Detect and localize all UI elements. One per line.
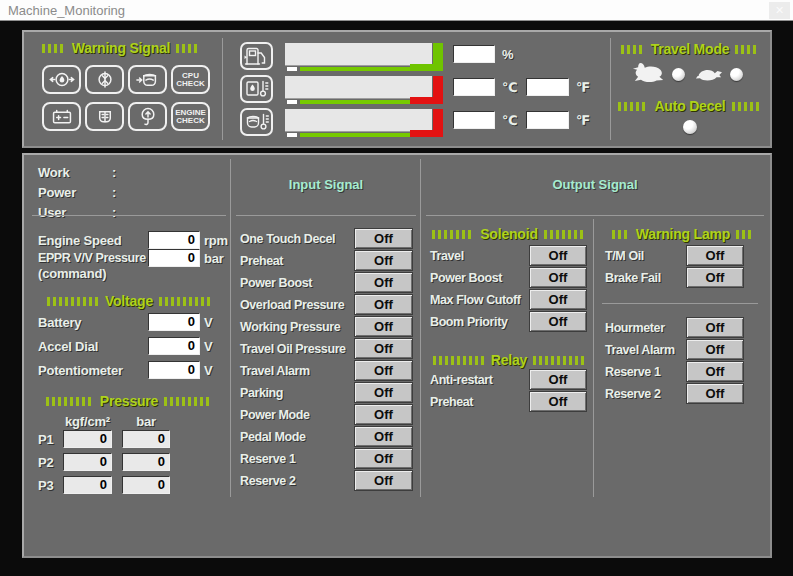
reserve2-input-button[interactable]: Off [355,471,412,490]
close-icon[interactable]: ✕ [769,2,790,19]
oil-temp-f-field[interactable] [526,78,569,96]
solenoid-item-label: Power Boost [430,271,502,285]
user-colon: : [112,205,116,220]
battery-label: Battery [38,315,81,330]
gauge-end-cap [433,43,443,71]
eppr-pressure-field[interactable]: 0 [148,249,200,267]
unit-label: ℉ [576,80,590,95]
hourmeter-button[interactable]: Off [687,318,743,337]
engine-speed-unit: rpm [204,233,228,248]
battery-charge-icon [42,102,81,131]
title-bar: Machine_Monitoring ✕ [0,0,793,21]
p3-bar-field[interactable]: 0 [122,476,170,494]
unit-label: ℃ [502,113,518,128]
brake-fail-button[interactable]: Off [687,268,743,287]
preheat-relay-button[interactable]: Off [530,392,586,411]
anti-restart-button[interactable]: Off [530,370,586,389]
gauge-zone-segment [410,64,433,71]
pressure-col-bar: bar [122,414,170,429]
tick-marks [47,297,99,306]
gauge-tick-white [287,67,297,71]
work-label: Work [38,165,69,180]
solenoid-header: Solenoid [426,226,592,242]
input-item-label: Preheat [240,254,283,268]
gauge-end-cap [433,109,443,137]
working-pressure-button[interactable]: Off [355,317,412,336]
coolant-temp-c-field[interactable] [453,111,495,129]
potentiometer-field[interactable]: 0 [148,361,200,379]
p1-label: P1 [38,432,54,447]
p3-label: P3 [38,478,54,493]
preheat-input-button[interactable]: Off [355,251,412,270]
reserve1-lamp-button[interactable]: Off [687,362,743,381]
status-panel: Warning Signal CPU CH [22,30,772,148]
engine-speed-field[interactable]: 0 [148,231,200,249]
solenoid-item-label: Max Flow Cutoff [430,293,521,307]
tick-marks [735,45,759,54]
p3-kgf-field[interactable]: 0 [63,476,112,494]
tm-oil-button[interactable]: Off [687,246,743,265]
boom-priority-button[interactable]: Off [530,312,586,331]
pressure-header: Pressure [32,393,226,409]
warning-lamp-item-label: Hourmeter [605,321,665,335]
input-item-label: Parking [240,386,283,400]
p1-bar-field[interactable]: 0 [122,430,170,448]
one-touch-decel-button[interactable]: Off [355,229,412,248]
input-item-label: Reserve 1 [240,452,295,466]
travel-alarm-lamp-button[interactable]: Off [687,340,743,359]
power-boost-input-button[interactable]: Off [355,273,412,292]
tick-marks [42,44,66,53]
coolant-temp-icon [240,108,273,136]
oil-temp-c-field[interactable] [453,78,495,96]
reserve1-input-button[interactable]: Off [355,449,412,468]
travel-alarm-input-button[interactable]: Off [355,361,412,380]
divider [610,38,611,140]
p1-kgf-field[interactable]: 0 [63,430,112,448]
voltage-header: Voltage [32,293,226,309]
overload-pressure-button[interactable]: Off [355,295,412,314]
warning-signal-header: Warning Signal [30,40,212,56]
p2-kgf-field[interactable]: 0 [63,453,112,471]
battery-field[interactable]: 0 [148,313,200,331]
warning-lamp-item-label: Brake Fail [605,271,661,285]
coolant-temp-gauge-bar [285,109,432,131]
relay-item-label: Preheat [430,395,473,409]
input-item-label: Power Boost [240,276,312,290]
reserve2-lamp-button[interactable]: Off [687,384,743,403]
divider [602,303,758,304]
tick-marks [618,102,648,111]
tick-marks [621,45,645,54]
auto-decel-header: Auto Decel [614,98,766,114]
coolant-temp-f-field[interactable] [526,111,569,129]
tick-marks [732,102,762,111]
travel-mode-header: Travel Mode [614,41,766,57]
fuel-gauge-bar [285,43,432,65]
battery-unit: V [204,315,212,330]
pedal-mode-button[interactable]: Off [355,427,412,446]
parking-button[interactable]: Off [355,383,412,402]
input-item-label: Overload Pressure [240,298,344,312]
power-mode-button[interactable]: Off [355,405,412,424]
input-signal-title: Input Signal [236,177,416,192]
relay-item-label: Anti-restart [430,373,493,387]
travel-solenoid-button[interactable]: Off [530,246,586,265]
warning-lamp-item-label: Travel Alarm [605,343,675,357]
power-colon: : [112,185,116,200]
overload-warning-icon [128,102,167,131]
eppr-pressure-label: EPPR V/V Pressure [38,251,146,265]
p2-bar-field[interactable]: 0 [122,453,170,471]
fuel-percent-field[interactable] [453,45,495,63]
output-signal-title: Output Signal [426,177,764,192]
divider [230,159,231,497]
divider [236,215,416,216]
tick-marks [164,397,212,406]
pressure-col-kgf: kgf/cm² [63,414,112,429]
engine-check-icon: ENGINE CHECK [171,102,210,131]
travel-oil-pressure-button[interactable]: Off [355,339,412,358]
coolant-temperature-warning-icon [85,65,124,94]
max-flow-cutoff-button[interactable]: Off [530,290,586,309]
input-item-label: Working Pressure [240,320,340,334]
power-boost-solenoid-button[interactable]: Off [530,268,586,287]
solenoid-item-label: Boom Priority [430,315,507,329]
accel-dial-field[interactable]: 0 [148,337,200,355]
